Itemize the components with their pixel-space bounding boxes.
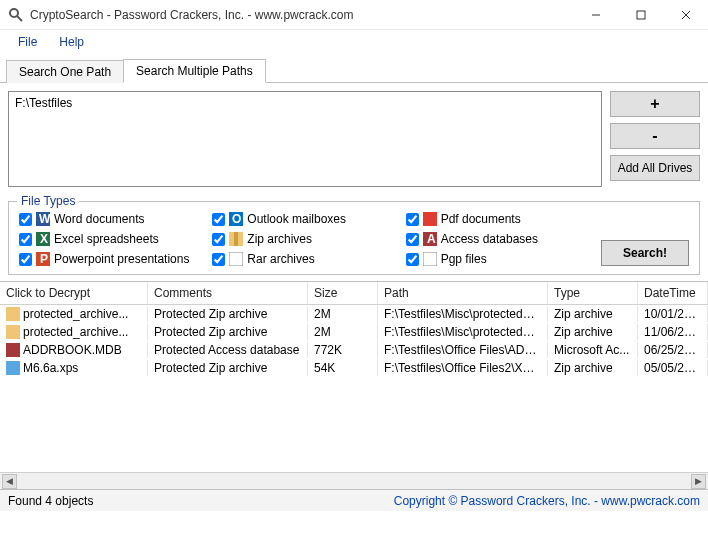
svg-text:P: P bbox=[40, 252, 48, 266]
tab-body: + - Add All Drives bbox=[0, 83, 708, 195]
table-row[interactable]: protected_archive...Protected Zip archiv… bbox=[0, 323, 708, 341]
col-datetime[interactable]: DateTime bbox=[638, 282, 708, 304]
add-all-drives-button[interactable]: Add All Drives bbox=[610, 155, 700, 181]
menu-help[interactable]: Help bbox=[49, 32, 94, 52]
chk-pdf[interactable]: Pdf documents bbox=[406, 212, 599, 226]
chk-word-label: Word documents bbox=[54, 212, 145, 226]
statusbar: Found 4 objects Copyright © Password Cra… bbox=[0, 489, 708, 511]
h-scrollbar[interactable]: ◀ ▶ bbox=[0, 472, 708, 489]
file-icon bbox=[6, 343, 20, 357]
paths-textarea[interactable] bbox=[8, 91, 602, 187]
svg-rect-22 bbox=[6, 325, 20, 339]
cell-comments: Protected Access database bbox=[148, 342, 308, 358]
svg-text:X: X bbox=[40, 232, 48, 246]
chk-outlook[interactable]: OOutlook mailboxes bbox=[212, 212, 405, 226]
rar-icon bbox=[229, 252, 243, 266]
chk-word[interactable]: WWord documents bbox=[19, 212, 212, 226]
chk-access-label: Access databases bbox=[441, 232, 538, 246]
col-size[interactable]: Size bbox=[308, 282, 378, 304]
chk-rar-input[interactable] bbox=[212, 253, 225, 266]
listview-header: Click to Decrypt Comments Size Path Type… bbox=[0, 282, 708, 305]
cell-name: M6.6a.xps bbox=[23, 361, 78, 375]
col-path[interactable]: Path bbox=[378, 282, 548, 304]
app-icon bbox=[8, 7, 24, 23]
cell-datetime: 11/06/2012 09:52:30 ... bbox=[638, 324, 708, 340]
chk-rar[interactable]: Rar archives bbox=[212, 252, 405, 266]
cell-type: Zip archive bbox=[548, 306, 638, 322]
tab-search-one-path[interactable]: Search One Path bbox=[6, 60, 124, 83]
menubar: File Help bbox=[0, 30, 708, 54]
close-button[interactable] bbox=[663, 0, 708, 30]
chk-access-input[interactable] bbox=[406, 233, 419, 246]
cell-type: Microsoft Ac... bbox=[548, 342, 638, 358]
file-icon bbox=[6, 307, 20, 321]
col-decrypt[interactable]: Click to Decrypt bbox=[0, 282, 148, 304]
access-icon: A bbox=[423, 232, 437, 246]
menu-file[interactable]: File bbox=[8, 32, 47, 52]
chk-pgp-label: Pgp files bbox=[441, 252, 487, 266]
cell-size: 2M bbox=[308, 306, 378, 322]
cell-path: F:\Testfiles\Misc\protected_arc... bbox=[378, 324, 548, 340]
search-button[interactable]: Search! bbox=[601, 240, 689, 266]
cell-name: protected_archive... bbox=[23, 307, 128, 321]
cell-datetime: 06/25/2009 03:59:00 ... bbox=[638, 342, 708, 358]
cell-size: 2M bbox=[308, 324, 378, 340]
chk-pdf-input[interactable] bbox=[406, 213, 419, 226]
chk-pgp-input[interactable] bbox=[406, 253, 419, 266]
outlook-icon: O bbox=[229, 212, 243, 226]
chk-word-input[interactable] bbox=[19, 213, 32, 226]
window-title: CryptoSearch - Password Crackers, Inc. -… bbox=[30, 8, 573, 22]
col-type[interactable]: Type bbox=[548, 282, 638, 304]
listview-body: protected_archive...Protected Zip archiv… bbox=[0, 305, 708, 377]
chk-ppt-input[interactable] bbox=[19, 253, 32, 266]
svg-point-0 bbox=[10, 9, 18, 17]
table-row[interactable]: ADDRBOOK.MDBProtected Access database772… bbox=[0, 341, 708, 359]
scroll-right-icon[interactable]: ▶ bbox=[691, 474, 706, 489]
tab-search-multiple-paths[interactable]: Search Multiple Paths bbox=[123, 59, 266, 83]
chk-excel-input[interactable] bbox=[19, 233, 32, 246]
chk-ppt[interactable]: PPowerpoint presentations bbox=[19, 252, 212, 266]
add-path-button[interactable]: + bbox=[610, 91, 700, 117]
maximize-button[interactable] bbox=[618, 0, 663, 30]
chk-zip[interactable]: Zip archives bbox=[212, 232, 405, 246]
svg-rect-24 bbox=[6, 361, 20, 375]
pdf-icon bbox=[423, 212, 437, 226]
chk-access[interactable]: AAccess databases bbox=[406, 232, 599, 246]
filetypes-groupbox: File Types WWord documents XExcel spread… bbox=[8, 201, 700, 275]
cell-comments: Protected Zip archive bbox=[148, 324, 308, 340]
cell-name: protected_archive... bbox=[23, 325, 128, 339]
cell-comments: Protected Zip archive bbox=[148, 306, 308, 322]
svg-rect-21 bbox=[6, 307, 20, 321]
status-right: Copyright © Password Crackers, Inc. - ww… bbox=[394, 494, 700, 508]
svg-rect-23 bbox=[6, 343, 20, 357]
svg-rect-15 bbox=[234, 232, 238, 246]
titlebar: CryptoSearch - Password Crackers, Inc. -… bbox=[0, 0, 708, 30]
table-row[interactable]: protected_archive...Protected Zip archiv… bbox=[0, 305, 708, 323]
svg-rect-17 bbox=[423, 212, 437, 226]
chk-zip-input[interactable] bbox=[212, 233, 225, 246]
cell-path: F:\Testfiles\Office Files\ADDR... bbox=[378, 342, 548, 358]
filetypes-title: File Types bbox=[17, 194, 79, 208]
word-icon: W bbox=[36, 212, 50, 226]
table-row[interactable]: M6.6a.xpsProtected Zip archive54KF:\Test… bbox=[0, 359, 708, 377]
cell-path: F:\Testfiles\Misc\protected_arc... bbox=[378, 306, 548, 322]
col-comments[interactable]: Comments bbox=[148, 282, 308, 304]
chk-pgp[interactable]: Pgp files bbox=[406, 252, 599, 266]
chk-ppt-label: Powerpoint presentations bbox=[54, 252, 189, 266]
file-icon bbox=[6, 361, 20, 375]
cell-datetime: 05/05/2006 06:47:02 ... bbox=[638, 360, 708, 376]
excel-icon: X bbox=[36, 232, 50, 246]
cell-size: 54K bbox=[308, 360, 378, 376]
minimize-button[interactable] bbox=[573, 0, 618, 30]
chk-excel[interactable]: XExcel spreadsheets bbox=[19, 232, 212, 246]
svg-text:W: W bbox=[39, 212, 50, 226]
file-icon bbox=[6, 325, 20, 339]
svg-rect-3 bbox=[637, 11, 645, 19]
chk-rar-label: Rar archives bbox=[247, 252, 314, 266]
svg-line-1 bbox=[17, 16, 22, 21]
remove-path-button[interactable]: - bbox=[610, 123, 700, 149]
cell-type: Zip archive bbox=[548, 360, 638, 376]
scroll-left-icon[interactable]: ◀ bbox=[2, 474, 17, 489]
status-left: Found 4 objects bbox=[8, 494, 93, 508]
chk-outlook-input[interactable] bbox=[212, 213, 225, 226]
